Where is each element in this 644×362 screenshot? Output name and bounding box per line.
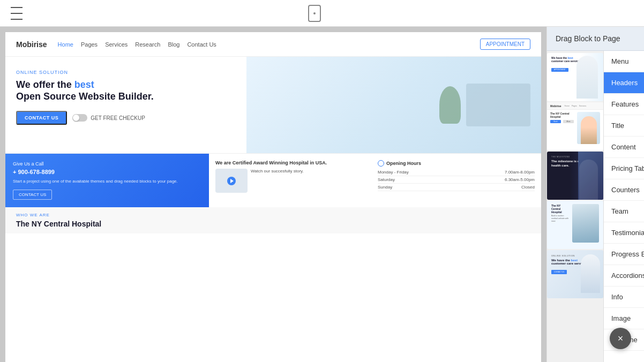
free-checkup-cta: GET FREE CHECKUP [72,114,145,122]
thumb2-doctor-decoration [581,116,597,144]
toggle-knob [73,115,79,121]
nav-contact[interactable]: Contact Us [187,41,216,48]
info-certified-section: We are Certified Award Winning Hospital … [215,160,372,201]
oh-hours-1: 7.00am-8.00pm [505,170,535,175]
thumb1-doctor-decoration [576,56,598,99]
category-info[interactable]: Info [604,286,644,308]
category-image[interactable]: Image [604,308,644,329]
category-accordions[interactable]: Accordions [604,265,644,286]
thumb2-logo: Mobirise [550,104,561,108]
opening-hours-section: Opening Hours Monday - Friday 7.00am-8.0… [378,160,535,201]
card-call-title: Give Us a Call [13,161,201,167]
toolbar-left [11,5,23,21]
thumb5-btn: CONTACT US [551,270,567,274]
thumbnails-column[interactable]: We have the best customer care service. … [547,51,604,362]
site-bottom-preview: WHO WE ARE The NY Central Hospital [5,207,541,233]
oh-day-3: Sunday [378,185,392,190]
thumb4-inner: The NY Central Hospital Build a modern m… [547,201,603,246]
hero-image-area [246,57,541,153]
category-progress-bars[interactable]: Progress Bars [604,244,644,265]
site-info-cards: Give Us a Call + 900-678-8899 Start a pr… [5,153,541,207]
checkup-label: GET FREE CHECKUP [91,115,145,121]
category-menu[interactable]: Menu [604,51,644,72]
category-title[interactable]: Title [604,115,644,137]
thumb2-btn1: Book [550,120,561,123]
category-features[interactable]: Features [604,94,644,115]
thumb2-body: The NY Central Hospital Book More [547,110,603,146]
main-area: Mobirise Home Pages Services Research Bl… [0,27,644,362]
video-label: Watch our succesfully story. [251,169,304,174]
appointment-button[interactable]: APPOINTMENT [480,39,530,50]
oh-day-1: Monday - Friday [378,170,409,175]
oh-day-2: Saturday [378,177,395,182]
category-testimonials[interactable]: Testimonials [604,222,644,244]
thumb1-btn: APPOINTMENT [551,68,568,72]
oh-hours-3: Closed [521,185,535,190]
who-we-are-tag: WHO WE ARE [16,213,530,217]
thumb2-nav: Mobirise HomePagesServices [547,102,603,110]
site-nav: Mobirise Home Pages Services Research Bl… [5,32,541,57]
site-hero: ONLINE SOLUTION We offer the best Open S… [5,57,541,153]
thumb2-nav-links: HomePagesServices [565,105,587,107]
template-thumb-5[interactable]: ONLINE SOLUTION We have the best custome… [547,250,603,298]
site-nav-links: Home Pages Services Research Blog Contac… [58,41,480,48]
checkup-toggle[interactable] [72,114,87,122]
nav-research[interactable]: Research [135,41,160,48]
oh-row-sunday: Sunday Closed [378,184,535,191]
nav-services[interactable]: Services [105,41,128,48]
thumb2-content: The NY Central Hospital Book More [550,112,574,144]
oh-row-saturday: Saturday 6.30am-5.00pm [378,176,535,184]
mobile-view-icon[interactable] [308,5,321,22]
thumb4-doc-decoration [572,204,599,243]
preview-area: Mobirise Home Pages Services Research Bl… [0,27,546,362]
oh-title: Opening Hours [378,160,535,167]
video-thumbnail[interactable] [215,169,248,193]
card-phone-number: + 900-678-8899 [13,169,201,175]
hero-title-line2: Open Source Website Builder. [16,91,154,102]
panel-scroll: We have the best customer care service. … [547,51,644,362]
oh-row-monday: Monday - Friday 7.00am-8.00pm [378,169,535,176]
close-button[interactable]: × [610,328,631,349]
panel-header: Drag Block to Page [547,27,644,51]
info-card-white: We are Certified Award Winning Hospital … [209,154,541,207]
right-panel: Drag Block to Page We have the best cust… [546,27,644,362]
thumb4-text: Build a modern medical website with ease [551,215,569,223]
play-triangle-icon [230,179,234,183]
oh-hours-2: 6.30am-5.00pm [505,177,535,182]
contact-us-button[interactable]: CONTACT US [16,111,67,125]
card-contact-button[interactable]: CONTACT US [13,190,52,200]
oh-title-text: Opening Hours [386,161,421,166]
nav-pages[interactable]: Pages [81,41,98,48]
thumb2-title: The NY Central Hospital [550,112,574,118]
menu-icon[interactable] [11,5,23,21]
category-team[interactable]: Team [604,201,644,222]
thumb2-btn2: More [563,120,574,123]
nav-blog[interactable]: Blog [168,41,179,48]
thumb4-image [572,204,599,243]
category-content[interactable]: Content [604,137,644,158]
toolbar-center [308,5,321,22]
category-headers[interactable]: Headers [604,72,644,94]
info-card-blue: Give Us a Call + 900-678-8899 Start a pr… [5,154,209,207]
hospital-title: The NY Central Hospital [16,220,530,228]
card-description: Start a project using one of the availab… [13,178,201,184]
category-pricing-tables[interactable]: Pricing Tables [604,158,644,179]
categories-column: Menu Headers Features Title Content Pric… [604,51,644,362]
thumb3-person-decoration [579,160,598,200]
template-thumb-3[interactable]: THE MILESTONE The milestone is excellent… [547,152,603,200]
template-thumb-2[interactable]: Mobirise HomePagesServices The NY Centra… [547,102,603,150]
nav-home[interactable]: Home [58,41,73,48]
thumb2-image [577,112,600,144]
category-counters[interactable]: Counters [604,179,644,201]
thumb3-image-area [578,152,603,200]
toolbar [0,0,644,27]
thumb4-title: The NY Central Hospital [551,204,569,214]
play-button[interactable] [227,177,236,185]
template-thumb-1[interactable]: We have the best customer care service. … [547,53,603,101]
close-icon: × [618,334,624,343]
clock-icon [378,160,384,167]
thumb4-content: The NY Central Hospital Build a modern m… [551,204,569,243]
hero-blue-text: best [74,79,94,90]
site-logo: Mobirise [16,40,47,49]
template-thumb-4[interactable]: The NY Central Hospital Build a modern m… [547,201,603,249]
